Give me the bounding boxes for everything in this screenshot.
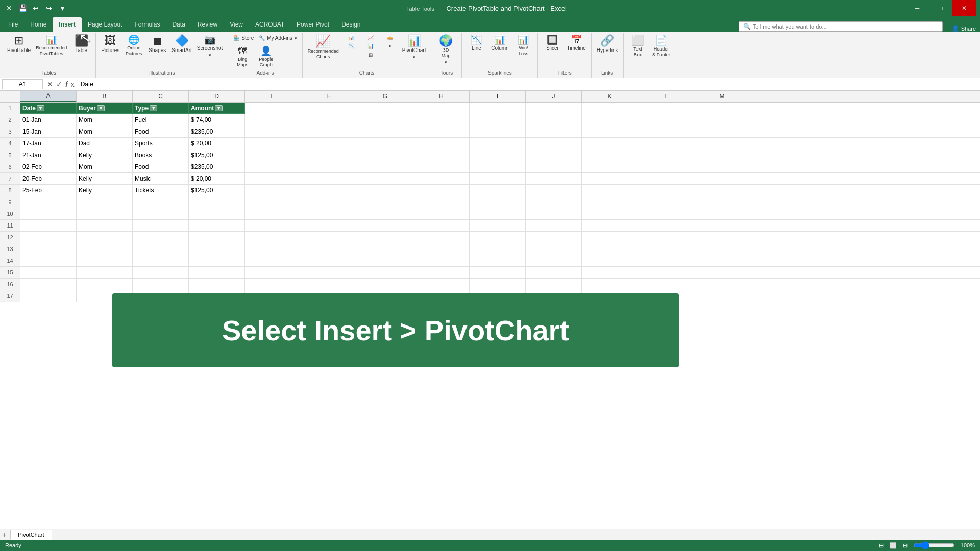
cell-j7[interactable]: [526, 173, 582, 184]
cell-h11[interactable]: [413, 220, 470, 231]
cell-m5[interactable]: [694, 149, 750, 161]
cell-k9[interactable]: [582, 196, 638, 208]
my-addins-button[interactable]: 🔧 My Add-ins ▾: [257, 34, 299, 43]
cell-c11[interactable]: [133, 220, 189, 231]
cell-k3[interactable]: [582, 126, 638, 137]
col-header-f[interactable]: F: [301, 91, 357, 102]
cell-h7[interactable]: [413, 173, 470, 184]
cell-l14[interactable]: [638, 255, 694, 266]
col-header-l[interactable]: L: [638, 91, 694, 102]
cell-f14[interactable]: [301, 255, 357, 266]
cell-b7[interactable]: Kelly: [77, 173, 133, 184]
cell-a7[interactable]: 20-Feb: [20, 173, 77, 184]
people-graph-button[interactable]: 👤 PeopleGraph: [255, 45, 277, 69]
cell-k2[interactable]: [582, 114, 638, 126]
cell-b5[interactable]: Kelly: [77, 149, 133, 161]
cell-m8[interactable]: [694, 185, 750, 196]
cell-g7[interactable]: [357, 173, 413, 184]
cell-m16[interactable]: [694, 279, 750, 290]
cell-m9[interactable]: [694, 196, 750, 208]
col-header-j[interactable]: J: [526, 91, 582, 102]
cell-a3[interactable]: 15-Jan: [20, 126, 77, 137]
cell-f1[interactable]: [301, 103, 357, 114]
cell-e10[interactable]: [245, 208, 301, 219]
cell-b3[interactable]: Mom: [77, 126, 133, 137]
cell-k7[interactable]: [582, 173, 638, 184]
cell-b9[interactable]: [77, 196, 133, 208]
store-button[interactable]: 🏪 Store: [231, 34, 256, 43]
cell-g13[interactable]: [357, 243, 413, 255]
cell-g6[interactable]: [357, 161, 413, 172]
cell-f4[interactable]: [301, 138, 357, 149]
cell-i10[interactable]: [470, 208, 526, 219]
cell-c5[interactable]: Books: [133, 149, 189, 161]
cell-j10[interactable]: [526, 208, 582, 219]
cell-j9[interactable]: [526, 196, 582, 208]
cell-h6[interactable]: [413, 161, 470, 172]
table-button[interactable]: ⬛ Table: [70, 34, 92, 55]
cell-f3[interactable]: [301, 126, 357, 137]
cell-c13[interactable]: [133, 243, 189, 255]
cell-a16[interactable]: [20, 279, 77, 290]
cell-d7[interactable]: $ 20,00: [189, 173, 245, 184]
cell-d1[interactable]: Amount ▼: [189, 103, 245, 114]
cell-k5[interactable]: [582, 149, 638, 161]
cell-a13[interactable]: [20, 243, 77, 255]
cell-l15[interactable]: [638, 267, 694, 278]
pivotchart-button[interactable]: 📊 PivotChart ▾: [400, 34, 428, 62]
cell-e15[interactable]: [245, 267, 301, 278]
cell-g10[interactable]: [357, 208, 413, 219]
formula-input[interactable]: [78, 80, 978, 89]
cell-i15[interactable]: [470, 267, 526, 278]
cell-k16[interactable]: [582, 279, 638, 290]
cell-i12[interactable]: [470, 232, 526, 243]
cell-m13[interactable]: [694, 243, 750, 255]
cell-b6[interactable]: Mom: [77, 161, 133, 172]
cell-k10[interactable]: [582, 208, 638, 219]
cell-a8[interactable]: 25-Feb: [20, 185, 77, 196]
cell-h2[interactable]: [413, 114, 470, 126]
add-sheet-button[interactable]: +: [2, 531, 6, 539]
cell-g12[interactable]: [357, 232, 413, 243]
cell-l12[interactable]: [638, 232, 694, 243]
cell-e11[interactable]: [245, 220, 301, 231]
cell-a11[interactable]: [20, 220, 77, 231]
cell-e13[interactable]: [245, 243, 301, 255]
cell-d2[interactable]: $ 74,00: [189, 114, 245, 126]
cell-f7[interactable]: [301, 173, 357, 184]
cell-k12[interactable]: [582, 232, 638, 243]
cell-l11[interactable]: [638, 220, 694, 231]
text-box-button[interactable]: ⬜ TextBox: [627, 34, 649, 59]
cell-i5[interactable]: [470, 149, 526, 161]
cell-g11[interactable]: [357, 220, 413, 231]
line-sparkline-button[interactable]: 📉 Line: [465, 34, 487, 53]
column-chart-button[interactable]: 📊: [342, 34, 360, 41]
col-header-e[interactable]: E: [245, 91, 301, 102]
line-chart-button[interactable]: 📈: [361, 34, 380, 41]
col-header-g[interactable]: G: [357, 91, 413, 102]
cell-g15[interactable]: [357, 267, 413, 278]
cell-d8[interactable]: $125,00: [189, 185, 245, 196]
cell-c12[interactable]: [133, 232, 189, 243]
cell-h16[interactable]: [413, 279, 470, 290]
cell-k8[interactable]: [582, 185, 638, 196]
cell-i6[interactable]: [470, 161, 526, 172]
filter-arrow-date[interactable]: ▼: [37, 105, 44, 111]
cell-k15[interactable]: [582, 267, 638, 278]
cell-l10[interactable]: [638, 208, 694, 219]
cell-i1[interactable]: [470, 103, 526, 114]
cell-a9[interactable]: [20, 196, 77, 208]
cell-a14[interactable]: [20, 255, 77, 266]
shapes-button[interactable]: ◼ Shapes: [146, 34, 168, 55]
view-normal-icon[interactable]: ⊞: [879, 542, 884, 549]
tab-acrobat[interactable]: ACROBAT: [249, 17, 290, 32]
more-charts-button[interactable]: ⊞: [342, 51, 399, 59]
cell-j4[interactable]: [526, 138, 582, 149]
cell-m14[interactable]: [694, 255, 750, 266]
cell-m2[interactable]: [694, 114, 750, 126]
cell-b12[interactable]: [77, 232, 133, 243]
pie-chart-button[interactable]: 🥧: [381, 34, 399, 41]
cell-d5[interactable]: $125,00: [189, 149, 245, 161]
cell-i16[interactable]: [470, 279, 526, 290]
cell-m11[interactable]: [694, 220, 750, 231]
